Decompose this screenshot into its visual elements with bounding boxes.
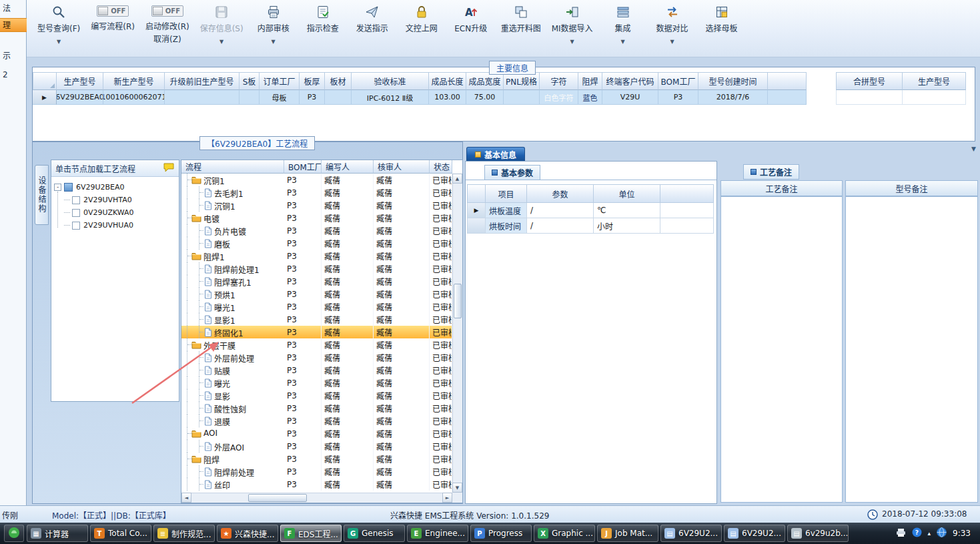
toolbar-button-6[interactable]: 指示检查 [304, 3, 342, 33]
taskbar-button-3[interactable]: ≡制作规范... [153, 525, 215, 542]
dropdown-caret-icon[interactable]: ▼ [272, 39, 276, 45]
main-info-column-header[interactable]: 新生产型号 [103, 72, 165, 90]
toolbar-button-8[interactable]: 文控上网 [402, 3, 441, 33]
params-column-header[interactable] [660, 184, 714, 203]
main-info-column-header[interactable]: 订单工厂 [260, 72, 300, 90]
process-row[interactable]: 贴膜P3臧蒨臧蒨已审核 [181, 364, 462, 376]
process-row[interactable]: 阻焊塞孔1P3臧蒨臧蒨已审核 [181, 275, 462, 288]
process-row[interactable]: 沉铜1P3臧蒨臧蒨已审核 [181, 174, 462, 186]
process-row[interactable]: 显影P3臧蒨臧蒨已审核 [181, 389, 462, 402]
off-toggle[interactable]: OFF [97, 5, 129, 17]
toolbar-button-label-2[interactable]: 取消(Z) [153, 33, 181, 44]
main-info-column-header[interactable]: S板 [239, 72, 260, 90]
toolbar-button-13[interactable]: 数据对比▼ [653, 3, 692, 45]
sidebar-item[interactable]: 理 [0, 18, 27, 32]
params-column-header[interactable]: 单位 [594, 184, 660, 203]
sidebar-item[interactable]: 示 [0, 49, 27, 63]
taskbar-button-4[interactable]: ★兴森快捷... [217, 525, 278, 542]
help-tray-icon[interactable]: ? [912, 527, 922, 539]
process-row[interactable]: 阻焊1P3臧蒨臧蒨已审核 [181, 250, 462, 262]
params-row[interactable]: ▶烘板温度/℃ [467, 203, 714, 218]
process-row[interactable]: 阻焊前处理1P3臧蒨臧蒨已审核 [181, 262, 462, 275]
toolbar-button-12[interactable]: 集成▼ [604, 3, 642, 45]
tab-basic-info[interactable]: 基本信息 [466, 147, 525, 161]
process-row[interactable]: 曝光P3臧蒨臧蒨已审核 [181, 376, 462, 389]
scroll-down-icon[interactable]: ▼ [452, 483, 462, 493]
tree-child-node[interactable]: 2V29UVHTA0 [54, 194, 176, 206]
process-row[interactable]: 丝印P3臧蒨臧蒨已审核 [181, 478, 462, 491]
process-row[interactable]: 去毛刺1P3臧蒨臧蒨已审核 [181, 186, 462, 199]
toolbar-button-2[interactable]: OFF编写流程(R) [91, 3, 135, 31]
horizontal-scroll-thumb[interactable] [248, 494, 307, 502]
process-row[interactable]: 酸性蚀刻P3臧蒨臧蒨已审核 [181, 402, 462, 415]
process-column-header[interactable]: 核审人 [374, 160, 430, 174]
main-info-data-row[interactable]: ▶6V29U2BEA010010600062071母板P3IPC-6012 Ⅱ级… [33, 90, 966, 105]
params-column-header[interactable]: 参数 [527, 184, 594, 203]
horizontal-scrollbar[interactable]: ◄ ► [181, 493, 452, 503]
toolbar-button-9[interactable]: AECN升级 [452, 3, 490, 33]
taskbar-button-13[interactable]: ▤6v29u2b... [787, 525, 849, 542]
model-notes-body[interactable] [845, 196, 978, 503]
process-row[interactable]: 终固化1P3臧蒨臧蒨已审核 [181, 326, 462, 338]
vertical-scroll-thumb[interactable] [454, 284, 462, 318]
dropdown-caret-icon[interactable]: ▼ [670, 39, 674, 45]
taskbar-button-11[interactable]: ▤6V29U2... [660, 525, 722, 542]
param-value-cell[interactable]: / [527, 203, 594, 218]
vertical-scrollbar[interactable]: ▲ ▼ [452, 174, 462, 493]
main-info-column-header[interactable]: 升级前旧生产型号 [165, 72, 239, 90]
process-row[interactable]: 显影1P3臧蒨臧蒨已审核 [181, 313, 462, 326]
params-column-header[interactable] [467, 184, 486, 203]
process-column-header[interactable]: BOM工厂 [284, 160, 322, 174]
printer-tray-icon[interactable] [896, 528, 906, 539]
tree-root-node[interactable]: -6V29U2BEA0 [54, 181, 176, 194]
taskbar-start-button[interactable] [4, 525, 24, 542]
process-row[interactable]: 电镀P3臧蒨臧蒨已审核 [181, 212, 462, 224]
sidebar-item[interactable]: 法 [0, 2, 27, 16]
node-checkbox[interactable] [72, 196, 80, 204]
toolbar-button-7[interactable]: 发送指示 [353, 3, 392, 33]
main-info-column-header[interactable]: PNL规格 [504, 72, 540, 90]
network-tray-icon[interactable] [937, 527, 947, 539]
taskbar-button-6[interactable]: GGenesis [344, 525, 405, 542]
tree-child-node[interactable]: 2V29UVHUA0 [54, 219, 176, 232]
scroll-left-icon[interactable]: ◄ [181, 493, 191, 503]
main-info-column-header[interactable]: 生产型号 [903, 72, 966, 90]
main-info-column-header[interactable]: 生产型号 [57, 72, 103, 90]
toolbar-button-1[interactable]: 型号查询(F)▼ [37, 3, 80, 45]
main-info-column-header[interactable]: 验收标准 [352, 72, 429, 90]
main-info-column-header[interactable]: 板厚 [300, 72, 325, 90]
process-row[interactable]: 曝光1P3臧蒨臧蒨已审核 [181, 300, 462, 313]
main-info-column-header[interactable]: 板材 [325, 72, 352, 90]
taskbar-button-12[interactable]: ▤6V29U2... [724, 525, 785, 542]
collapse-expander-icon[interactable]: - [54, 184, 61, 191]
process-row[interactable]: 退膜P3臧蒨臧蒨已审核 [181, 415, 462, 427]
process-row[interactable]: 外层前处理P3臧蒨臧蒨已审核 [181, 351, 462, 364]
main-info-column-header[interactable]: 终端客户代码 [602, 72, 658, 90]
params-row[interactable]: 烘板时间/小时 [467, 218, 714, 234]
main-info-column-header[interactable]: 成品宽度 [466, 72, 504, 90]
dropdown-caret-icon[interactable]: ▼ [57, 39, 61, 45]
toolbar-button-3[interactable]: OFF启动修改(R)取消(Z) [145, 3, 189, 44]
sidebar-item[interactable]: 2 [0, 68, 27, 82]
process-column-header[interactable]: 流程 [181, 160, 284, 174]
params-column-header[interactable]: 项目 [486, 184, 527, 203]
auto-hide-pin-icon[interactable]: ▼ [971, 146, 976, 152]
main-info-column-header[interactable]: 字符 [540, 72, 578, 90]
scroll-right-icon[interactable]: ► [442, 493, 452, 503]
taskbar-button-10[interactable]: JJob Mat... [597, 525, 658, 542]
main-info-column-header[interactable]: 成品长度 [429, 72, 466, 90]
process-row[interactable]: 负片电镀P3臧蒨臧蒨已审核 [181, 224, 462, 237]
process-row[interactable]: 沉铜1P3臧蒨臧蒨已审核 [181, 199, 462, 212]
process-column-header[interactable]: 状态 [430, 160, 452, 174]
process-row[interactable]: AOIP3臧蒨臧蒨已审核 [181, 427, 462, 440]
process-row[interactable]: 外层干膜P3臧蒨臧蒨已审核 [181, 338, 462, 351]
taskbar-button-1[interactable]: ▦计算器 [27, 525, 88, 542]
main-info-column-header[interactable]: 阻焊 [578, 72, 602, 90]
taskbar-button-2[interactable]: TTotal Co... [90, 525, 151, 542]
process-row[interactable]: 阻焊前处理P3臧蒨臧蒨已审核 [181, 465, 462, 478]
node-checkbox[interactable] [72, 209, 80, 217]
process-row[interactable]: 阻焊P3臧蒨臧蒨已审核 [181, 453, 462, 465]
main-info-column-header[interactable]: BOM工厂 [658, 72, 698, 90]
main-info-column-header[interactable] [768, 72, 807, 90]
main-info-column-header[interactable] [33, 72, 57, 90]
